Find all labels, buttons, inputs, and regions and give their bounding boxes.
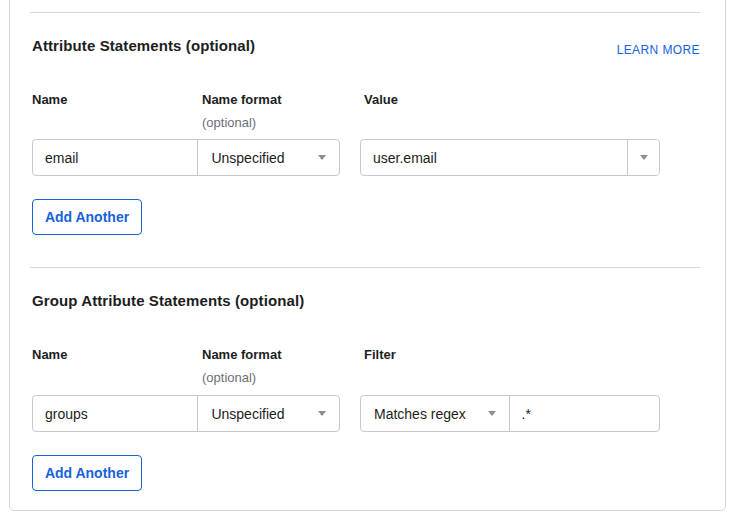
group-attribute-filter-group: Matches regex: [360, 395, 660, 432]
name-format-optional-note: (optional): [202, 370, 256, 385]
column-label-name-format: Name format: [202, 347, 281, 362]
attribute-name-input[interactable]: [33, 140, 197, 175]
attribute-value-combo: [360, 139, 660, 176]
add-another-attribute-button[interactable]: Add Another: [32, 199, 142, 235]
chevron-down-icon: [488, 411, 496, 416]
chevron-down-icon: [640, 155, 648, 160]
column-label-name: Name: [32, 92, 67, 107]
group-attribute-filter-value-input[interactable]: [510, 396, 659, 431]
attribute-value-input[interactable]: [361, 140, 627, 175]
group-attribute-name-input[interactable]: [33, 396, 197, 431]
chevron-down-icon: [318, 411, 326, 416]
group-attribute-statements-title: Group Attribute Statements (optional): [32, 292, 304, 309]
column-label-name-format: Name format: [202, 92, 281, 107]
name-format-optional-note: (optional): [202, 115, 256, 130]
add-another-group-attribute-button[interactable]: Add Another: [32, 455, 142, 491]
attribute-value-dropdown-button[interactable]: [627, 140, 659, 175]
group-attribute-row-left-group: Unspecified: [32, 395, 340, 432]
attribute-statements-title: Attribute Statements (optional): [32, 37, 255, 54]
section-divider-middle: [30, 267, 700, 268]
attribute-row-left-group: Unspecified: [32, 139, 340, 176]
group-attribute-name-format-select[interactable]: Unspecified: [197, 396, 339, 431]
attribute-name-format-select[interactable]: Unspecified: [197, 140, 339, 175]
chevron-down-icon: [318, 155, 326, 160]
column-label-name: Name: [32, 347, 67, 362]
section-divider-top: [30, 12, 700, 13]
attribute-name-format-value: Unspecified: [211, 150, 284, 166]
learn-more-link[interactable]: LEARN MORE: [617, 43, 700, 57]
group-attribute-filter-type-value: Matches regex: [374, 406, 466, 422]
group-attribute-filter-type-select[interactable]: Matches regex: [361, 396, 509, 431]
saml-settings-card: [9, 0, 726, 511]
column-label-value: Value: [364, 92, 398, 107]
column-label-filter: Filter: [364, 347, 396, 362]
group-attribute-name-format-value: Unspecified: [211, 406, 284, 422]
